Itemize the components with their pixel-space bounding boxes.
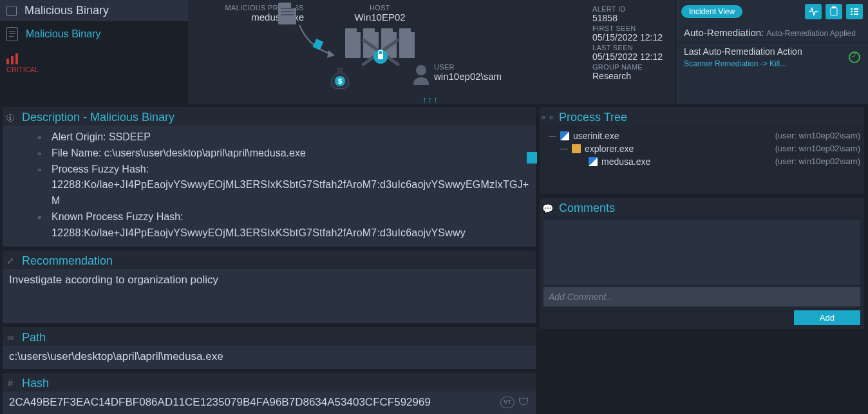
auto-remediation-label: Auto-Remediation: [684,27,764,38]
hash-value: 2CA49BE7F3EAC14DFBF086AD11CE1235079B4FA9… [9,394,431,411]
svg-rect-10 [851,11,853,12]
alert-id-value: 51858 [592,13,670,23]
page-title: Malicious Binary [24,4,109,17]
host-label: HOST [341,4,419,12]
collapse-arrows-icon[interactable]: ↑↑↑ [422,95,439,104]
user-icon [411,63,431,86]
svg-rect-7 [832,6,836,8]
last-seen-value: 05/15/2022 12:12 [592,52,670,62]
arrow-icon [296,22,341,61]
svg-rect-8 [851,8,853,10]
link-icon: ∞ [4,332,17,343]
alert-meta: ALERT ID 51858 FIRST SEEN 05/15/2022 12:… [587,0,675,104]
auto-remediation-value: Auto-Remediation Applied [766,29,856,38]
list-icon[interactable] [846,4,863,19]
host-value: Win10EP02 [341,12,419,23]
virustotal-badge[interactable]: VT [500,397,514,408]
last-action-label: Last Auto-Remediation Action [684,46,802,57]
severity-badge: CRITICAL [0,52,188,79]
svg-rect-13 [854,14,858,15]
svg-rect-2 [378,54,383,59]
tree-row[interactable]: —explorer.exe (user: win10ep02\sam) [543,142,860,155]
svg-point-5 [416,65,426,75]
svg-text:$: $ [338,77,342,85]
last-action-link[interactable]: Scanner Remediation -> Kill... [684,59,802,68]
chain-lock-icon [362,39,401,71]
user-value: win10ep02\sam [434,71,502,82]
add-comment-button[interactable]: Add [794,310,860,325]
collapse-toggle[interactable]: — [549,131,556,140]
file-icon [278,3,296,24]
svg-rect-0 [313,39,324,50]
path-panel: ∞ Path c:\users\user\desktop\april\april… [3,327,536,369]
recommendation-panel: ⤢ Recommendation Investigate according t… [3,250,536,323]
tree-row[interactable]: —medusa.exe (user: win10ep02\sam) [543,155,860,168]
info-icon: 🛈 [4,113,17,123]
svg-rect-11 [854,11,858,12]
signal-bars-icon [6,52,182,64]
hash-panel: # Hash 2CA49BE7F3EAC14DFBF086AD11CE12350… [3,373,536,414]
incident-view-button[interactable]: Incident View [681,5,742,18]
hash-icon: # [4,378,17,388]
comment-input[interactable] [543,287,860,306]
tree-icon: ⚬⚬ [541,113,554,123]
tree-row[interactable]: —userinit.exe (user: win10ep02\sam) [543,129,860,142]
alert-type-link[interactable]: Malicious Binary [26,28,100,40]
process-icon [589,157,598,166]
expand-icon[interactable]: ⤢ [4,256,17,266]
collapse-toggle[interactable]: — [560,144,568,153]
activity-icon[interactable] [805,4,822,19]
shield-icon[interactable]: 🛡 [518,394,529,411]
svg-rect-6 [831,8,837,15]
comments-list [543,220,860,285]
description-panel: 🛈 Description - Malicious Binary Alert O… [3,107,536,247]
path-value: c:\users\user\desktop\april\april\medusa… [3,346,536,369]
comments-panel: 💬 Comments Add [540,198,864,329]
process-icon [572,144,581,153]
comment-icon: 💬 [541,203,554,214]
success-check-icon [849,52,860,63]
process-icon [560,131,569,140]
user-label: USER [434,63,502,71]
svg-rect-12 [851,14,853,15]
attack-diagram: MALICIOUS PROCESS medusa.exe HOST Win10E… [188,0,587,104]
money-bag-icon: $ [328,64,352,90]
svg-rect-9 [854,8,858,10]
process-tree-panel: ⚬⚬ Process Tree —userinit.exe (user: win… [540,107,864,194]
select-checkbox[interactable] [6,6,17,16]
document-icon [6,27,18,41]
group-value: Research [592,71,670,81]
first-seen-value: 05/15/2022 12:12 [592,32,670,42]
clipboard-icon[interactable] [826,4,842,19]
